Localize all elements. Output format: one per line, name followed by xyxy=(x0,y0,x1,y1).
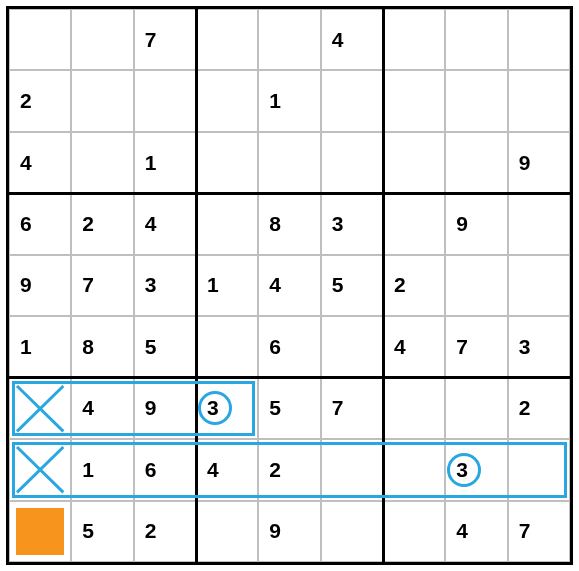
cell-r7-c8[interactable] xyxy=(508,439,570,500)
cell-r7-c5[interactable] xyxy=(321,439,383,500)
cell-r8-c2[interactable]: 2 xyxy=(134,501,196,562)
cell-r5-c0[interactable]: 1 xyxy=(9,316,71,377)
cell-r6-c3[interactable]: 3 xyxy=(196,378,258,439)
cell-r6-c5[interactable]: 7 xyxy=(321,378,383,439)
cell-r1-c5[interactable] xyxy=(321,70,383,131)
cell-r7-c1[interactable]: 1 xyxy=(71,439,133,500)
cell-r5-c1[interactable]: 8 xyxy=(71,316,133,377)
cell-r0-c2[interactable]: 7 xyxy=(134,9,196,70)
cell-r4-c8[interactable] xyxy=(508,255,570,316)
cell-r1-c1[interactable] xyxy=(71,70,133,131)
cell-r2-c8[interactable]: 9 xyxy=(508,132,570,193)
cell-r6-c1[interactable]: 4 xyxy=(71,378,133,439)
cell-r1-c3[interactable] xyxy=(196,70,258,131)
cell-r0-c1[interactable] xyxy=(71,9,133,70)
cell-r4-c4[interactable]: 4 xyxy=(258,255,320,316)
cell-r8-c8[interactable]: 7 xyxy=(508,501,570,562)
cell-r8-c7[interactable]: 4 xyxy=(445,501,507,562)
cell-r7-c0[interactable] xyxy=(9,439,71,500)
cell-r5-c8[interactable]: 3 xyxy=(508,316,570,377)
cell-r1-c8[interactable] xyxy=(508,70,570,131)
cell-r2-c7[interactable] xyxy=(445,132,507,193)
cell-r7-c7[interactable]: 3 xyxy=(445,439,507,500)
cell-r2-c2[interactable]: 1 xyxy=(134,132,196,193)
cell-r8-c5[interactable] xyxy=(321,501,383,562)
cell-r1-c0[interactable]: 2 xyxy=(9,70,71,131)
cell-r2-c5[interactable] xyxy=(321,132,383,193)
cell-r1-c7[interactable] xyxy=(445,70,507,131)
cell-r6-c6[interactable] xyxy=(383,378,445,439)
cell-r7-c2[interactable]: 6 xyxy=(134,439,196,500)
cell-r8-c1[interactable]: 5 xyxy=(71,501,133,562)
cell-r8-c3[interactable] xyxy=(196,501,258,562)
cell-r1-c2[interactable] xyxy=(134,70,196,131)
cell-r1-c6[interactable] xyxy=(383,70,445,131)
sudoku-board: 7421419624839973145218564734935721642352… xyxy=(6,6,573,565)
cell-r0-c3[interactable] xyxy=(196,9,258,70)
cell-r5-c4[interactable]: 6 xyxy=(258,316,320,377)
box-hline xyxy=(9,376,570,379)
box-hline xyxy=(9,192,570,195)
cell-r4-c2[interactable]: 3 xyxy=(134,255,196,316)
cell-r4-c5[interactable]: 5 xyxy=(321,255,383,316)
cell-r7-c4[interactable]: 2 xyxy=(258,439,320,500)
cell-r1-c4[interactable]: 1 xyxy=(258,70,320,131)
cell-r3-c7[interactable]: 9 xyxy=(445,193,507,254)
cell-r0-c7[interactable] xyxy=(445,9,507,70)
cell-r4-c6[interactable]: 2 xyxy=(383,255,445,316)
cell-r3-c4[interactable]: 8 xyxy=(258,193,320,254)
cell-r0-c6[interactable] xyxy=(383,9,445,70)
cell-r0-c4[interactable] xyxy=(258,9,320,70)
orange-cell xyxy=(16,508,64,555)
cell-r3-c5[interactable]: 3 xyxy=(321,193,383,254)
cell-r2-c6[interactable] xyxy=(383,132,445,193)
cell-r6-c8[interactable]: 2 xyxy=(508,378,570,439)
cell-r3-c0[interactable]: 6 xyxy=(9,193,71,254)
cell-r6-c0[interactable] xyxy=(9,378,71,439)
cell-r7-c6[interactable] xyxy=(383,439,445,500)
cell-r2-c0[interactable]: 4 xyxy=(9,132,71,193)
cell-r0-c8[interactable] xyxy=(508,9,570,70)
cell-r4-c7[interactable] xyxy=(445,255,507,316)
cell-r8-c6[interactable] xyxy=(383,501,445,562)
cell-r3-c6[interactable] xyxy=(383,193,445,254)
cell-r4-c0[interactable]: 9 xyxy=(9,255,71,316)
cell-r3-c1[interactable]: 2 xyxy=(71,193,133,254)
cell-r2-c4[interactable] xyxy=(258,132,320,193)
cell-r5-c2[interactable]: 5 xyxy=(134,316,196,377)
cell-r3-c2[interactable]: 4 xyxy=(134,193,196,254)
cell-r2-c3[interactable] xyxy=(196,132,258,193)
cell-r5-c6[interactable]: 4 xyxy=(383,316,445,377)
cell-r5-c5[interactable] xyxy=(321,316,383,377)
cell-r3-c3[interactable] xyxy=(196,193,258,254)
cell-r3-c8[interactable] xyxy=(508,193,570,254)
cell-r4-c1[interactable]: 7 xyxy=(71,255,133,316)
cell-r0-c5[interactable]: 4 xyxy=(321,9,383,70)
cell-r2-c1[interactable] xyxy=(71,132,133,193)
cell-r5-c7[interactable]: 7 xyxy=(445,316,507,377)
cell-r4-c3[interactable]: 1 xyxy=(196,255,258,316)
cell-r6-c7[interactable] xyxy=(445,378,507,439)
cell-r7-c3[interactable]: 4 xyxy=(196,439,258,500)
cell-r8-c4[interactable]: 9 xyxy=(258,501,320,562)
box-vline xyxy=(195,9,198,562)
cell-r6-c2[interactable]: 9 xyxy=(134,378,196,439)
cell-r5-c3[interactable] xyxy=(196,316,258,377)
cell-r6-c4[interactable]: 5 xyxy=(258,378,320,439)
box-vline xyxy=(382,9,385,562)
cell-r0-c0[interactable] xyxy=(9,9,71,70)
